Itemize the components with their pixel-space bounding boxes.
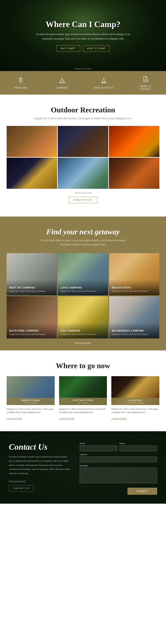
hidden-gems-label: HIDDEN GEMS Sites on the rise [7, 398, 55, 405]
backyard-card-title: BACKYARD CAMPING [9, 329, 54, 332]
contact-us-button[interactable]: CONTACT US [9, 485, 34, 492]
cottage-stays-image: COTTAGE STAYS Our top picks [59, 376, 107, 405]
photo-friends [58, 126, 108, 157]
getaway-card-wilderness-overlay: WILDERNESS CAMPING Sample text. Click to… [109, 323, 159, 338]
hero-content: Where Can I Camp? Ut enim ad minim venia… [32, 19, 134, 52]
camping-label: CAMPING [56, 86, 69, 89]
contact-left: Contact Us Ut enim ad minim veniam, quis… [9, 442, 71, 495]
beach-card-title: BEACH STAYS [112, 286, 157, 289]
beach-tents-icon [100, 76, 108, 84]
form-row-address: Address [80, 454, 157, 462]
hero-subtitle: Ut enim ad minim veniam, quis nostrud ex… [32, 32, 134, 41]
getaway-card-wilderness[interactable]: WILDERNESS CAMPING Sample text. Click to… [109, 296, 159, 338]
beach-card-text: Sample text. Click to select the Text El… [112, 290, 157, 293]
getaway-card-backyard[interactable]: BACKYARD CAMPING Sample text. Click to s… [7, 296, 57, 338]
svg-point-0 [20, 77, 21, 78]
hidden-gems-label-sub: Sites on the rise [9, 402, 52, 404]
contact-credit[interactable]: Images from Freepik [9, 480, 71, 482]
getaway-section: Find your next getaway Lorem ipsum dolor… [0, 216, 166, 350]
address-label: Address [80, 454, 157, 456]
glamping-image: GLAMPING Exercitation ullamce [111, 376, 159, 405]
wilderness-card-text: Sample text. Click to select the Text El… [112, 333, 157, 336]
getaway-card-beach-overlay: BEACH STAYS Sample text. Click to select… [109, 280, 159, 295]
nav-item-camping[interactable]: CAMPING [42, 71, 83, 94]
getaway-card-rv-overlay: BEST RV CAMPING Sample text. Click to se… [7, 280, 57, 295]
getaway-title: Find your next getaway [7, 228, 159, 236]
outdoor-photo-credit[interactable]: Images from Freepik [7, 192, 159, 194]
glamping-learn-more[interactable]: LEARN MORE [111, 418, 127, 420]
why-camp-button[interactable]: WHY CAMP? [56, 45, 80, 52]
outdoor-section: Outdoor Recreation Sample text. Click to… [0, 94, 166, 216]
hidden-gems-body: Sample text. Click to select the text bo… [7, 405, 55, 422]
glamping-body: Sample text. Click to select the text bo… [111, 405, 159, 422]
name-label: Name [120, 442, 157, 444]
form-row-email-name: Email Name [80, 442, 157, 451]
email-input[interactable] [80, 446, 117, 451]
getaway-card-lake[interactable]: LAKE CAMPING Sample text. Click to selec… [58, 253, 108, 295]
glamping-text: Sample text. Click to select the text bo… [111, 407, 159, 414]
nav-item-trekking[interactable]: TREKKING [0, 71, 42, 94]
where-section: Where to go now HIDDEN GEMS Sites on the… [0, 350, 166, 431]
getaway-card-lake-overlay: LAKE CAMPING Sample text. Click to selec… [58, 280, 108, 295]
car-card-text: Sample text. Click to select the Text El… [60, 333, 105, 336]
address-input[interactable] [80, 456, 157, 462]
glamping-label-sub: Exercitation ullamce [114, 402, 157, 404]
outdoor-title: Outdoor Recreation [7, 106, 159, 114]
getaway-card-car[interactable]: CAR CAMPING Sample text. Click to select… [58, 296, 108, 338]
outdoor-photo-grid [7, 126, 159, 189]
hero-section: Where Can I Camp? Ut enim ad minim venia… [0, 0, 166, 71]
photo-mountain [58, 158, 108, 189]
message-textarea[interactable] [80, 468, 157, 483]
hidden-gems-text: Sample text. Click to select the text bo… [7, 407, 55, 414]
form-group-message: Message [80, 464, 157, 483]
email-label: Email [80, 442, 117, 444]
cottage-stays-label-sub: Our top picks [61, 402, 105, 404]
form-row-message: Message [80, 464, 157, 483]
trekking-icon [17, 76, 25, 84]
name-input[interactable] [120, 446, 157, 451]
photo-campfire1 [7, 126, 57, 157]
message-label: Message [80, 464, 157, 467]
lake-card-title: LAKE CAMPING [60, 286, 105, 289]
where-card-hidden-gems: HIDDEN GEMS Sites on the rise Sample tex… [7, 376, 55, 422]
contact-title: Contact Us [9, 442, 71, 452]
getaway-card-car-overlay: CAR CAMPING Sample text. Click to select… [58, 323, 108, 338]
more-photos-button[interactable]: MORE PHOTOS [68, 197, 98, 203]
backyard-card-text: Sample text. Click to select the Text El… [9, 333, 54, 336]
hero-title: Where Can I Camp? [32, 19, 134, 29]
beach-tents-label: BEACH TENTS [94, 86, 113, 89]
how-to-camp-button[interactable]: HOW TO CAMP [83, 45, 110, 52]
hidden-gems-image: HIDDEN GEMS Sites on the rise [7, 376, 55, 405]
hero-buttons: WHY CAMP? HOW TO CAMP [32, 45, 134, 52]
photo-fire [109, 126, 159, 157]
nav-item-news-events[interactable]: NEWS & EVENTS [125, 71, 166, 94]
submit-button[interactable]: SUBMIT [127, 488, 157, 495]
lake-card-text: Sample text. Click to select the Text El… [60, 290, 105, 293]
where-card-glamping: GLAMPING Exercitation ullamce Sample tex… [111, 376, 159, 422]
getaway-card-rv[interactable]: BEST RV CAMPING Sample text. Click to se… [7, 253, 57, 295]
cottage-stays-learn-more[interactable]: LEARN MORE [59, 418, 75, 420]
cottage-stays-body: Sample text. Click to select the text bo… [59, 405, 107, 422]
getaway-subtitle: Lorem ipsum dolor sit amet, consectetur … [37, 238, 129, 247]
icon-nav: TREKKING CAMPING BEACH TENTS [0, 71, 166, 94]
getaway-card-beach[interactable]: BEACH STAYS Sample text. Click to select… [109, 253, 159, 295]
getaway-credit[interactable]: Image from Freepik [7, 342, 159, 344]
photo-tent-night [7, 158, 57, 189]
getaway-card-backyard-overlay: BACKYARD CAMPING Sample text. Click to s… [7, 323, 57, 338]
contact-form: Email Name Address Message SUBMIT [80, 442, 157, 495]
hidden-gems-learn-more[interactable]: LEARN MORE [7, 418, 22, 420]
outdoor-subtitle: Sample text. Click to select the text bo… [28, 116, 138, 120]
hero-credit: Images from Freepik [75, 68, 91, 70]
getaway-grid: BEST RV CAMPING Sample text. Click to se… [7, 253, 159, 338]
news-events-icon [141, 75, 149, 83]
car-card-title: CAR CAMPING [60, 329, 105, 332]
wilderness-card-title: WILDERNESS CAMPING [112, 329, 157, 332]
nav-item-beach-tents[interactable]: BEACH TENTS [83, 71, 125, 94]
form-group-address: Address [80, 454, 157, 462]
hidden-gems-label-title: HIDDEN GEMS [9, 399, 52, 402]
where-card-cottage-stays: COTTAGE STAYS Our top picks Sample text.… [59, 376, 107, 422]
camping-icon [58, 76, 66, 84]
photo-people-fire [109, 158, 159, 189]
where-cards-grid: HIDDEN GEMS Sites on the rise Sample tex… [7, 376, 159, 422]
trekking-label: TREKKING [14, 86, 28, 89]
